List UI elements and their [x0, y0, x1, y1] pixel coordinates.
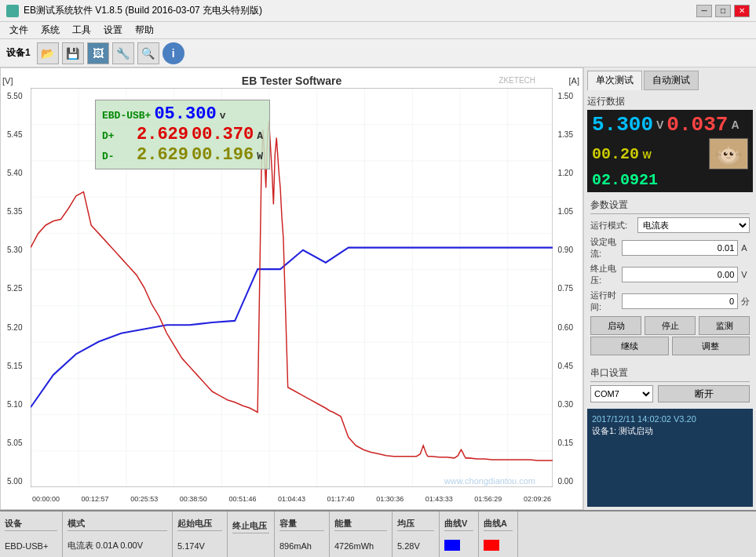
status-col-mode: 模式 电流表 0.01A 0.00V — [63, 511, 173, 557]
d-plus-label: D+ — [102, 130, 133, 142]
continue-button[interactable]: 继续 — [590, 337, 669, 355]
display-voltage: 5.300 — [592, 113, 653, 137]
display-current: 0.037 — [667, 113, 728, 137]
start-button[interactable]: 启动 — [590, 316, 641, 335]
chart-title: EB Tester Software — [242, 75, 341, 87]
voltage-current-row: 5.300 V 0.037 A — [592, 113, 748, 137]
log-text: 2017/12/11 14:02:02 V3.20 设备1: 测试启动 — [592, 413, 748, 438]
x-axis: 00:00:00 00:12:57 00:25:53 00:38:50 00:5… — [32, 495, 551, 503]
menu-file[interactable]: 文件 — [3, 22, 35, 38]
search-button[interactable]: 🔍 — [137, 42, 159, 64]
current-value: 00.370 — [192, 125, 254, 144]
svg-point-11 — [732, 152, 733, 154]
log-status: 测试启动 — [619, 426, 653, 435]
status-col-end-v: 终止电压 — [228, 511, 275, 557]
time-set-label: 运行时间: — [590, 289, 622, 313]
brand-label: ZKETECH — [499, 76, 535, 85]
menu-settings[interactable]: 设置 — [97, 22, 129, 38]
log-device: 设备1: — [592, 426, 616, 435]
d-minus-value: 2.629 — [137, 145, 188, 165]
data-overlay: EBD-USB+ 05.300 v D+ 2.629 00.370 A D- 2… — [95, 100, 270, 169]
current-set-label: 设定电流: — [590, 236, 622, 260]
app-icon — [6, 5, 19, 17]
menu-system[interactable]: 系统 — [35, 22, 66, 38]
settings-button[interactable]: 🔧 — [112, 42, 134, 64]
svg-point-7 — [721, 148, 736, 162]
voltage-set-unit: V — [741, 270, 750, 279]
col-value-device: EBD-USB+ — [5, 541, 57, 551]
monitor-button[interactable]: 监测 — [699, 316, 750, 335]
time-set-row: 运行时间: 分 — [590, 289, 750, 313]
stop-button[interactable]: 停止 — [645, 316, 696, 335]
panel-tabs: 单次测试 自动测试 — [587, 71, 753, 90]
disconnect-button[interactable]: 断开 — [658, 385, 750, 402]
close-button[interactable]: ✕ — [734, 5, 750, 17]
menu-tools[interactable]: 工具 — [66, 22, 97, 38]
params-section: 参数设置 运行模式: 电流表 设定电流: A 终止电压: V — [587, 195, 753, 360]
main-content: EB Tester Software ZKETECH [V] [A] 5.50 … — [0, 67, 756, 510]
params-title: 参数设置 — [590, 198, 750, 214]
status-col-curve-v: 曲线V — [440, 511, 479, 557]
log-timestamp: 2017/12/11 14:02:02 — [592, 414, 671, 424]
current-set-input[interactable] — [622, 240, 738, 256]
status-col-device: 设备 EBD-USB+ — [0, 511, 63, 557]
toolbar: 设备1 📂 💾 🖼 🔧 🔍 i — [0, 39, 756, 67]
control-buttons-row2: 继续 调整 — [590, 337, 750, 355]
window-controls: ─ □ ✕ — [696, 5, 750, 17]
screenshot-button[interactable]: 🖼 — [87, 42, 109, 64]
status-bar: 设备 EBD-USB+ 模式 电流表 0.01A 0.00V 起始电压 5.17… — [0, 510, 756, 557]
timer-row: 02.0921 — [592, 171, 748, 189]
svg-point-8 — [724, 152, 728, 156]
right-panel: 单次测试 自动测试 运行数据 5.300 V 0.037 A 00.20 W — [583, 67, 756, 510]
tab-single-test[interactable]: 单次测试 — [587, 71, 642, 90]
com-select[interactable]: COM7 — [590, 385, 653, 402]
time-set-unit: 分 — [741, 296, 750, 308]
current-set-unit: A — [741, 243, 750, 253]
col-header-end-v: 终止电压 — [232, 520, 269, 533]
col-header-avg-v: 均压 — [397, 518, 434, 531]
voltage-set-input[interactable] — [622, 267, 738, 282]
display-power-unit: W — [642, 150, 651, 161]
time-set-input[interactable] — [622, 293, 738, 309]
log-version: V3.20 — [674, 414, 696, 424]
current-set-row: 设定电流: A — [590, 236, 750, 260]
mode-select[interactable]: 电流表 — [637, 217, 750, 233]
chart-area: EB Tester Software ZKETECH [V] [A] 5.50 … — [0, 67, 583, 510]
com-title: 串口设置 — [590, 366, 750, 382]
info-button[interactable]: i — [163, 42, 184, 64]
device-label: 设备1 — [6, 46, 31, 60]
title-bar: EB测试系统软件 V1.8.5 (Build 2016-03-07 充电头特别版… — [0, 0, 756, 22]
voltage-set-row: 终止电压: V — [590, 263, 750, 286]
col-header-capacity: 容量 — [279, 518, 324, 531]
thumbnail-image — [709, 138, 748, 169]
save-button[interactable]: 💾 — [62, 42, 84, 64]
adjust-button[interactable]: 调整 — [672, 337, 751, 355]
col-header-curve-a: 曲线A — [484, 518, 513, 531]
curve-v-swatch — [444, 540, 460, 551]
minimize-button[interactable]: ─ — [696, 5, 712, 17]
watermark: www.chongdiantou.com — [444, 476, 535, 486]
com-row: COM7 断开 — [590, 385, 750, 402]
usb-voltage-value: 05.300 — [154, 104, 216, 124]
col-header-curve-v: 曲线V — [444, 518, 473, 531]
status-col-curve-a: 曲线A — [479, 511, 518, 557]
running-data-display: 5.300 V 0.037 A 00.20 W — [587, 110, 753, 192]
tab-auto-test[interactable]: 自动测试 — [644, 71, 699, 90]
window-title: EB测试系统软件 V1.8.5 (Build 2016-03-07 充电头特别版… — [24, 4, 262, 17]
maximize-button[interactable]: □ — [715, 5, 731, 17]
power-unit: W — [257, 151, 263, 162]
status-col-capacity: 容量 896mAh — [275, 511, 330, 557]
curve-a-swatch — [484, 540, 499, 551]
menu-help[interactable]: 帮助 — [129, 22, 160, 38]
display-voltage-unit: V — [656, 118, 663, 131]
status-col-energy: 能量 4726mWh — [330, 511, 393, 557]
open-button[interactable]: 📂 — [37, 42, 59, 64]
d-minus-label: D- — [102, 151, 133, 162]
usb-label: EBD-USB+ — [102, 110, 151, 122]
y-axis-left: 5.50 5.45 5.40 5.35 5.30 5.25 5.20 5.15 … — [7, 92, 22, 486]
y-axis-left-label: [V] — [2, 76, 13, 86]
power-row: 00.20 W — [592, 138, 748, 169]
display-timer: 02.0921 — [592, 171, 658, 189]
col-header-energy: 能量 — [334, 518, 387, 531]
status-col-avg-v: 均压 5.28V — [393, 511, 440, 557]
